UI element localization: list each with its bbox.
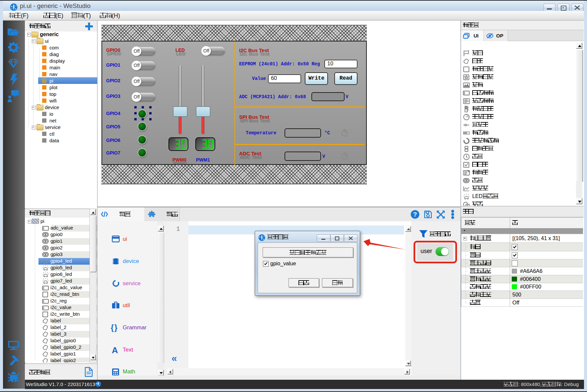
svg-text:?: ? (413, 211, 417, 218)
